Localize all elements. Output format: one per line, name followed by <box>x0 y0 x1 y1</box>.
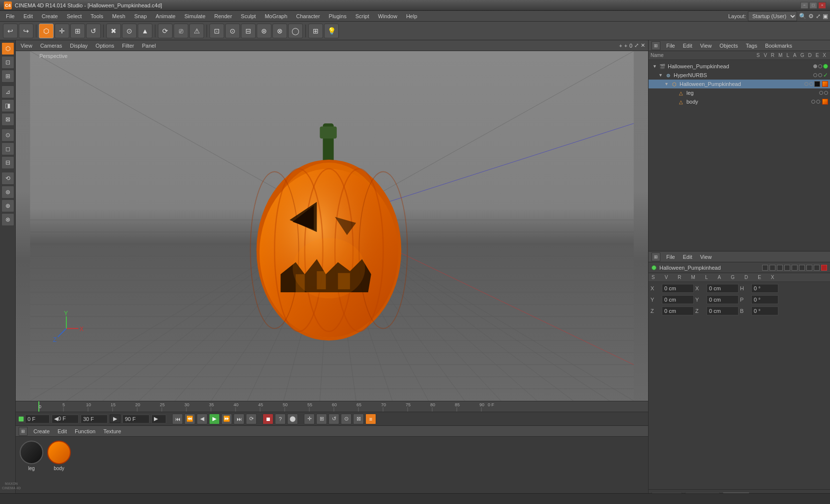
move-trans-button[interactable]: ✛ <box>304 414 315 424</box>
viewport[interactable]: View Cameras Display Options Filter Pane… <box>16 40 648 401</box>
step-forward-button[interactable]: ⏩ <box>221 414 232 424</box>
key-button[interactable]: ⬤ <box>287 414 298 424</box>
go-start-button[interactable]: ⏮ <box>172 414 183 424</box>
menu-render[interactable]: Render <box>210 12 236 20</box>
left-layer-tool[interactable]: ⊕ <box>1 199 14 212</box>
left-magnet-tool[interactable]: ⟲ <box>1 172 14 185</box>
go-end-button[interactable]: ⏭ <box>234 414 244 424</box>
play-reverse-button[interactable]: ◀ <box>197 414 208 424</box>
attr-p-val[interactable] <box>751 295 778 304</box>
menu-window[interactable]: Window <box>374 12 401 20</box>
menu-snap[interactable]: Snap <box>130 12 151 20</box>
attr-h-val[interactable] <box>751 284 778 293</box>
sweep-button[interactable]: ◯ <box>288 24 303 38</box>
undo-button[interactable]: ↩ <box>3 24 18 38</box>
menu-edit[interactable]: Edit <box>20 12 37 20</box>
plane-button[interactable]: ⊛ <box>257 24 271 38</box>
menu-animate[interactable]: Animate <box>152 12 179 20</box>
viewport-menu-cameras[interactable]: Cameras <box>38 42 64 49</box>
maximize-button[interactable]: □ <box>809 2 817 9</box>
menu-file[interactable]: File <box>2 12 19 20</box>
scale-tool-button[interactable]: ⊞ <box>70 24 85 38</box>
attr-z-val2[interactable] <box>707 307 739 315</box>
panel-icon[interactable]: ▣ <box>823 13 828 20</box>
viewport-icon-2[interactable]: + <box>624 43 627 49</box>
menu-simulate[interactable]: Simulate <box>180 12 209 20</box>
left-move-tool[interactable]: ⊡ <box>1 56 14 69</box>
left-poly-tool[interactable]: ◨ <box>1 99 14 112</box>
left-circle-tool[interactable]: ⊙ <box>1 129 14 141</box>
attr-x-val2[interactable] <box>707 284 739 293</box>
om-menu-file[interactable]: File <box>664 42 677 49</box>
track-button[interactable]: ≡ <box>365 414 376 424</box>
param-trans-button[interactable]: ⊙ <box>341 414 352 424</box>
rotate-tool-button[interactable]: ↺ <box>86 24 101 38</box>
left-pen-tool[interactable]: ◻ <box>1 142 14 155</box>
attr-x-pos[interactable] <box>662 284 694 293</box>
cylinder-button[interactable]: ⊟ <box>241 24 256 38</box>
menu-character[interactable]: Character <box>292 12 324 20</box>
select-tool-button[interactable]: ⬡ <box>39 24 54 38</box>
viewport-close-icon[interactable]: ✕ <box>641 42 645 49</box>
mat-menu-create[interactable]: Create <box>31 428 52 435</box>
move-tool-button[interactable]: ✛ <box>55 24 69 38</box>
render-settings-button[interactable]: ⚠ <box>189 24 204 38</box>
menu-help[interactable]: Help <box>402 12 421 20</box>
tree-item-hypernurbs[interactable]: ▼ ⊚ HyperNURBS ✓ <box>649 71 830 80</box>
viewport-icon-1[interactable]: + <box>619 43 622 49</box>
tree-item-root[interactable]: ▼ 🎬 Halloween_Pumpkinhead <box>649 62 830 71</box>
om-menu-objects[interactable]: Objects <box>717 42 740 49</box>
menu-select[interactable]: Select <box>63 12 86 20</box>
camera-button[interactable]: ⊞ <box>308 24 323 38</box>
viewport-menu-view[interactable]: View <box>19 42 34 49</box>
menu-plugins[interactable]: Plugins <box>325 12 351 20</box>
attr-z-pos[interactable] <box>662 307 694 315</box>
help-button[interactable]: ? <box>275 414 286 424</box>
rotate-trans-button[interactable]: ↺ <box>328 414 339 424</box>
attr-y-pos[interactable] <box>662 295 694 304</box>
menu-mograph[interactable]: MoGraph <box>261 12 291 20</box>
material-item-leg[interactable]: leg <box>20 441 43 471</box>
om-menu-view[interactable]: View <box>698 42 714 49</box>
attr-b-val[interactable] <box>751 307 778 315</box>
attr-menu-edit[interactable]: Edit <box>681 253 694 260</box>
attr-y-val2[interactable] <box>707 295 739 304</box>
om-panel-icon[interactable]: ⊞ <box>652 41 660 50</box>
render-picture-viewer-button[interactable]: ⎚ <box>174 24 188 38</box>
viewport-menu-filter[interactable]: Filter <box>120 42 136 49</box>
mat-menu-function[interactable]: Function <box>73 428 97 435</box>
model-mode-button[interactable]: ✖ <box>106 24 121 38</box>
stop-button[interactable]: ⏹ <box>263 414 273 424</box>
menu-tools[interactable]: Tools <box>87 12 107 20</box>
cube-button[interactable]: ⊡ <box>209 24 224 38</box>
light-button[interactable]: 💡 <box>324 24 339 38</box>
search-icon[interactable]: 🔍 <box>799 13 806 20</box>
tree-item-body[interactable]: △ body <box>649 97 830 106</box>
tree-item-pumpkin-child[interactable]: ▼ ⬡ Halloween_Pumpkinhead <box>649 80 830 88</box>
layout-dropdown[interactable]: Startup (User) <box>748 11 797 21</box>
menu-mesh[interactable]: Mesh <box>108 12 129 20</box>
viewport-menu-panel[interactable]: Panel <box>140 42 158 49</box>
record-button[interactable]: ⟳ <box>246 414 257 424</box>
material-item-body[interactable]: body <box>47 441 71 471</box>
minimize-button[interactable]: − <box>800 2 808 9</box>
step-back-button[interactable]: ⏪ <box>184 414 195 424</box>
point-trans-button[interactable]: ⊠ <box>353 414 364 424</box>
play-button[interactable]: ▶ <box>209 414 220 424</box>
viewport-icon-3[interactable]: 0 <box>629 43 632 49</box>
redo-button[interactable]: ↪ <box>19 24 33 38</box>
object-mode-button[interactable]: ⊙ <box>122 24 137 38</box>
left-select-tool[interactable]: ⬡ <box>1 42 14 55</box>
total-frames-field[interactable]: 90 F <box>122 415 149 423</box>
attr-menu-file[interactable]: File <box>664 253 677 260</box>
om-menu-tags[interactable]: Tags <box>744 42 759 49</box>
left-box-tool[interactable]: ⊠ <box>1 113 14 126</box>
left-loop-tool[interactable]: ⊟ <box>1 156 14 169</box>
expand-icon[interactable]: ⤢ <box>816 13 821 20</box>
om-menu-bookmarks[interactable]: Bookmarks <box>763 42 794 49</box>
left-knife-tool[interactable]: ⊗ <box>1 213 14 226</box>
om-menu-edit[interactable]: Edit <box>681 42 694 49</box>
attr-menu-view[interactable]: View <box>698 253 714 260</box>
timeline-row[interactable]: 0 5 10 15 20 25 30 35 40 <box>16 401 648 412</box>
viewport-menu-options[interactable]: Options <box>93 42 116 49</box>
